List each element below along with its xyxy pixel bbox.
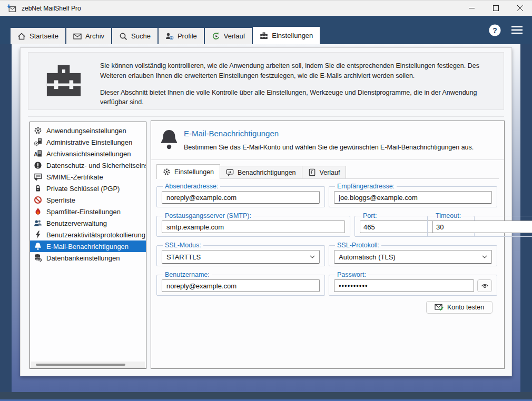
minimize-button[interactable] (459, 1, 484, 16)
section-title: E-Mail-Benachrichtigungen (184, 129, 279, 138)
client-area: Sie können vollständig kontrollieren, wi… (12, 44, 520, 392)
sidebar-item-label: Spamfilter-Einstellungen (46, 208, 121, 216)
home-icon (17, 32, 26, 41)
sidebar-item-label: Benutzeraktivitätsprotokollierung (46, 231, 145, 239)
menu-button[interactable] (511, 26, 523, 34)
tab-label: Profile (178, 32, 197, 40)
sidebar-item-sperrliste[interactable]: Sperrliste (30, 194, 146, 206)
smtp-server-input[interactable] (162, 220, 345, 233)
separator (151, 159, 504, 160)
tab-label: Verlauf (224, 32, 245, 40)
sidebar-item-anwendungseinstellungen[interactable]: Anwendungseinstellungen (30, 125, 146, 136)
tab-profile[interactable]: Profile (159, 28, 204, 44)
tab-einstellungen[interactable]: Einstellungen (253, 27, 320, 44)
help-button[interactable]: ? (489, 24, 501, 36)
close-button[interactable] (508, 1, 532, 16)
sidebar-item-spamfilter-einstellungen[interactable]: Spamfilter-Einstellungen (30, 206, 146, 217)
sidebar-item-label: S/MIME-Zertifikate (46, 173, 103, 181)
tab-label: Startseite (29, 32, 58, 40)
password-label: Passwort: (335, 271, 368, 278)
sidebar-item-label: Datenschutz- und Sicherheitseinstellu (46, 162, 146, 169)
app-logo-icon (7, 4, 16, 13)
test-account-button[interactable]: Konto testen (426, 301, 492, 314)
sidebar-item-private-schluessel-pgp[interactable]: Private Schlüssel (PGP) (30, 183, 146, 194)
toolbox-large-icon (43, 63, 84, 99)
subtab-label: Verlauf (320, 169, 340, 176)
journal-icon (308, 168, 316, 176)
minimize-icon (469, 5, 475, 11)
sidebar-item-administrative-einstellungen[interactable]: Administrative Einstellungen (30, 136, 146, 148)
timeout-input[interactable] (433, 221, 532, 233)
tab-archiv[interactable]: Archiv (66, 28, 111, 44)
tab-suche[interactable]: Suche (112, 28, 157, 44)
sidebar-item-email-benachrichtigungen[interactable]: E-Mail-Benachrichtigungen (30, 240, 146, 252)
sidebar-item-benutzeraktivitaetsprotokollierung[interactable]: Benutzeraktivitätsprotokollierung (30, 229, 146, 240)
ssl-mode-dropdown[interactable]: STARTTLS (162, 250, 320, 264)
sidebar-item-label: Anwendungseinstellungen (46, 127, 126, 135)
warning-circle-icon (34, 161, 42, 169)
port-label: Port: (361, 212, 379, 219)
tab-verlauf[interactable]: Verlauf (205, 28, 252, 44)
header-actions: ? (489, 16, 523, 44)
toolbox-icon (260, 32, 268, 40)
main-tab-bar: Startseite Archiv Suche Profile Verlauf … (11, 27, 321, 44)
timeout-label: Timeout: (434, 212, 463, 219)
app-window: zebNet MailShelf Pro Startseite Archiv (0, 0, 532, 401)
ssl-protocol-group: SSL-Protokoll: Automatisch (TLS) (329, 242, 497, 266)
recipient-address-label: Empfängeradresse: (335, 183, 397, 190)
subtab-label: Einstellungen (174, 168, 214, 176)
sender-address-label: Absenderadresse: (163, 183, 220, 190)
sender-address-input[interactable] (162, 191, 320, 204)
horizontal-scrollbar[interactable] (31, 362, 145, 368)
gear-icon (34, 126, 42, 135)
chevron-down-icon (482, 255, 487, 258)
sidebar-item-label: Private Schlüssel (PGP) (46, 185, 120, 193)
hamburger-menu-icon (511, 26, 523, 34)
sidebar-item-archivansichtseinstellungen[interactable]: A Archivansichtseinstellungen (30, 148, 146, 159)
profile-globe-icon (165, 32, 174, 41)
timeout-group: Timeout: (427, 212, 532, 237)
password-input[interactable] (334, 279, 474, 292)
sidebar-item-label: Sperrliste (46, 196, 75, 204)
certificate-icon (34, 173, 42, 181)
settings-category-list: Anwendungseinstellungen Administrative E… (29, 122, 146, 369)
password-row (334, 279, 492, 292)
gear-document-icon (34, 138, 42, 146)
timeout-stepper (432, 220, 532, 233)
username-label: Benutzername: (163, 271, 212, 278)
bell-large-icon (160, 127, 179, 152)
subtab-einstellungen[interactable]: Einstellungen (156, 164, 220, 179)
sidebar-item-benutzerverwaltung[interactable]: Benutzerverwaltung (30, 217, 146, 229)
sidebar-item-datenbankeinstellungen[interactable]: Datenbankeinstellungen (30, 252, 146, 264)
separator (28, 116, 504, 117)
scrollbar-thumb[interactable] (36, 364, 125, 366)
sidebar-item-label: Administrative Einstellungen (46, 138, 132, 146)
sidebar-item-label: Datenbankeinstellungen (46, 254, 120, 262)
search-icon (119, 32, 127, 41)
sidebar-item-smime-zertifikate[interactable]: S/MIME-Zertifikate (30, 171, 146, 183)
tab-startseite[interactable]: Startseite (11, 28, 65, 44)
username-input[interactable] (162, 279, 320, 292)
settings-category-items: Anwendungseinstellungen Administrative E… (30, 122, 146, 264)
intro-paragraph-2: Dieser Abschnitt bietet Ihnen die volle … (100, 88, 494, 108)
subtab-benachrichtigungen[interactable]: Benachrichtigungen (220, 166, 302, 179)
bell-icon (34, 242, 42, 250)
reveal-password-button[interactable] (477, 279, 492, 292)
recipient-address-input[interactable] (334, 191, 492, 204)
maximize-button[interactable] (484, 1, 508, 16)
eye-icon (481, 283, 489, 289)
sidebar-item-label: Benutzerverwaltung (46, 219, 107, 227)
mail-icon (73, 32, 82, 41)
ssl-protocol-dropdown[interactable]: Automatisch (TLS) (334, 250, 492, 264)
ssl-mode-label: SSL-Modus: (163, 242, 203, 249)
svg-text:A: A (34, 151, 38, 157)
email-notifications-section: E-Mail-Benachrichtigungen Bestimmen Sie … (151, 121, 505, 369)
subtab-verlauf[interactable]: Verlauf (302, 166, 347, 179)
window-title: zebNet MailShelf Pro (22, 5, 81, 12)
test-account-label: Konto testen (447, 304, 484, 311)
sidebar-item-datenschutz-sicherheit[interactable]: Datenschutz- und Sicherheitseinstellu (30, 159, 146, 171)
subtab-label: Benachrichtigungen (238, 169, 296, 176)
smtp-server-label: Postausgangsserver (SMTP): (163, 212, 253, 219)
archive-view-icon: A (34, 149, 42, 158)
intro-paragraph-1: Sie können vollständig kontrollieren, wi… (100, 61, 494, 81)
